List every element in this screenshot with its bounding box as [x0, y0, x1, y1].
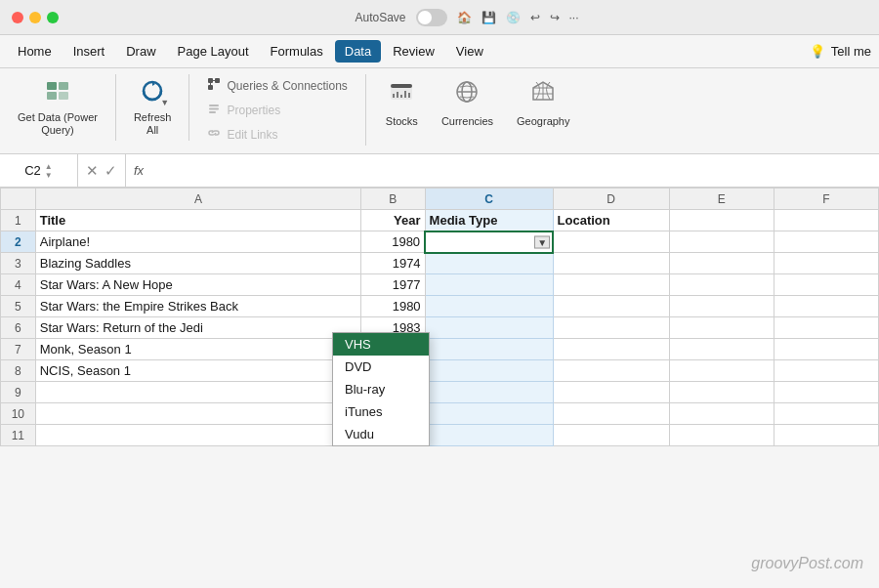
- cell-d9[interactable]: [553, 382, 669, 403]
- dropdown-item-dvd[interactable]: DVD: [333, 356, 429, 378]
- cell-c11[interactable]: [425, 425, 553, 446]
- cell-ref-arrows[interactable]: ▲ ▼: [45, 162, 53, 180]
- cell-a2[interactable]: Airplane!: [35, 231, 360, 253]
- cell-a1[interactable]: Title: [35, 210, 360, 231]
- cell-c7[interactable]: [425, 339, 553, 360]
- menu-pagelayout[interactable]: Page Layout: [168, 40, 259, 63]
- cell-d3[interactable]: [553, 253, 669, 274]
- home-icon[interactable]: 🏠: [457, 11, 472, 24]
- menu-home[interactable]: Home: [8, 40, 62, 63]
- cell-e3[interactable]: [669, 253, 774, 274]
- cell-reference[interactable]: C2 ▲ ▼: [0, 154, 78, 187]
- cell-d11[interactable]: [553, 425, 669, 446]
- col-header-a[interactable]: A: [35, 189, 360, 210]
- cell-e6[interactable]: [669, 317, 774, 339]
- minimize-button[interactable]: [29, 12, 41, 23]
- menu-review[interactable]: Review: [383, 40, 444, 63]
- cell-f11[interactable]: [774, 425, 878, 446]
- refresh-all-button[interactable]: ▼ RefreshAll: [128, 74, 178, 141]
- cell-d7[interactable]: [553, 339, 669, 360]
- stocks-button[interactable]: Stocks: [378, 74, 426, 131]
- cell-f1[interactable]: [774, 210, 878, 231]
- cell-a5[interactable]: Star Wars: the Empire Strikes Back: [35, 296, 360, 317]
- cell-f3[interactable]: [774, 253, 878, 274]
- cell-a3[interactable]: Blazing Saddles: [35, 253, 360, 274]
- close-button[interactable]: [12, 12, 23, 23]
- cell-f8[interactable]: [774, 360, 878, 382]
- menu-insert[interactable]: Insert: [63, 40, 115, 63]
- cell-c1[interactable]: Media Type: [425, 210, 553, 231]
- geography-button[interactable]: Geography: [509, 74, 577, 131]
- col-header-b[interactable]: B: [361, 189, 425, 210]
- cell-c5[interactable]: [425, 296, 553, 317]
- cell-d5[interactable]: [553, 296, 669, 317]
- getdata-button[interactable]: Get Data (PowerQuery): [12, 74, 104, 141]
- cell-c2[interactable]: ▼: [425, 231, 553, 253]
- cell-a6[interactable]: Star Wars: Return of the Jedi: [35, 317, 360, 339]
- cell-d10[interactable]: [553, 403, 669, 425]
- cell-f4[interactable]: [774, 274, 878, 296]
- autosave-toggle[interactable]: [416, 9, 447, 26]
- cell-e5[interactable]: [669, 296, 774, 317]
- col-header-f[interactable]: F: [774, 189, 878, 210]
- dropdown-item-vudu[interactable]: Vudu: [333, 423, 429, 445]
- currencies-button[interactable]: Currencies: [434, 74, 501, 131]
- cell-dropdown-menu[interactable]: VHS DVD Blu-ray iTunes Vudu: [332, 332, 430, 446]
- cell-b4[interactable]: 1977: [361, 274, 425, 296]
- cell-c4[interactable]: [425, 274, 553, 296]
- confirm-formula-icon[interactable]: ✓: [105, 162, 117, 180]
- cell-a10[interactable]: [35, 403, 360, 425]
- cell-a4[interactable]: Star Wars: A New Hope: [35, 274, 360, 296]
- col-header-d[interactable]: D: [553, 189, 669, 210]
- cell-e7[interactable]: [669, 339, 774, 360]
- cell-d4[interactable]: [553, 274, 669, 296]
- cell-c3[interactable]: [425, 253, 553, 274]
- cell-e1[interactable]: [669, 210, 774, 231]
- cell-f7[interactable]: [774, 339, 878, 360]
- cell-f9[interactable]: [774, 382, 878, 403]
- cell-a7[interactable]: Monk, Season 1: [35, 339, 360, 360]
- menu-data[interactable]: Data: [335, 40, 381, 63]
- cell-e9[interactable]: [669, 382, 774, 403]
- cell-c6[interactable]: [425, 317, 553, 339]
- cell-b1[interactable]: Year: [361, 210, 425, 231]
- cell-e11[interactable]: [669, 425, 774, 446]
- dropdown-item-itunes[interactable]: iTunes: [333, 400, 429, 423]
- cell-d8[interactable]: [553, 360, 669, 382]
- cell-b3[interactable]: 1974: [361, 253, 425, 274]
- cell-a11[interactable]: [35, 425, 360, 446]
- menu-view[interactable]: View: [446, 40, 493, 63]
- menu-formulas[interactable]: Formulas: [261, 40, 333, 63]
- save2-icon[interactable]: 💿: [506, 11, 521, 24]
- redo-icon[interactable]: ↪: [550, 11, 560, 24]
- dropdown-item-vhs[interactable]: VHS: [333, 333, 429, 356]
- cell-f6[interactable]: [774, 317, 878, 339]
- cell-a9[interactable]: [35, 382, 360, 403]
- cell-d6[interactable]: [553, 317, 669, 339]
- properties-button[interactable]: Properties: [201, 99, 286, 121]
- cell-f5[interactable]: [774, 296, 878, 317]
- cell-a8[interactable]: NCIS, Season 1: [35, 360, 360, 382]
- cell-e10[interactable]: [669, 403, 774, 425]
- cell-c9[interactable]: [425, 382, 553, 403]
- cell-b2[interactable]: 1980: [361, 231, 425, 253]
- cell-e2[interactable]: [669, 231, 774, 253]
- cell-f10[interactable]: [774, 403, 878, 425]
- queries-connections-button[interactable]: Queries & Connections: [201, 74, 353, 97]
- cell-e4[interactable]: [669, 274, 774, 296]
- cancel-formula-icon[interactable]: ✕: [86, 162, 99, 180]
- cell-f2[interactable]: [774, 231, 878, 253]
- tell-me-label[interactable]: Tell me: [831, 44, 871, 59]
- undo-icon[interactable]: ↩: [530, 11, 540, 24]
- maximize-button[interactable]: [47, 12, 59, 23]
- cell-e8[interactable]: [669, 360, 774, 382]
- col-header-c[interactable]: C: [425, 189, 553, 210]
- cell-c10[interactable]: [425, 403, 553, 425]
- col-header-e[interactable]: E: [669, 189, 774, 210]
- save-icon[interactable]: 💾: [481, 11, 496, 24]
- dropdown-arrow-c2[interactable]: ▼: [534, 235, 550, 248]
- cell-b5[interactable]: 1980: [361, 296, 425, 317]
- more-icon[interactable]: ···: [569, 11, 579, 24]
- editlinks-button[interactable]: Edit Links: [201, 123, 283, 146]
- menu-draw[interactable]: Draw: [116, 40, 165, 63]
